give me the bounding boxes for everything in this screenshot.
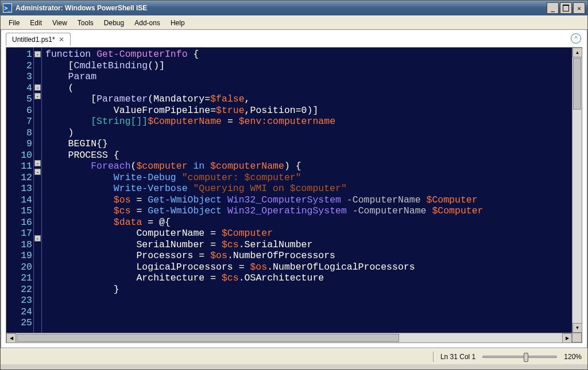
code-line[interactable]: [CmdletBinding()]: [45, 60, 578, 72]
token: (: [131, 161, 137, 172]
code-line[interactable]: [Parameter(Mandatory=$false,: [45, 94, 578, 105]
menu-add-ons[interactable]: Add-ons: [130, 18, 165, 28]
fold-spacer: [34, 222, 41, 233]
fold-spacer: [34, 60, 41, 71]
code-line[interactable]: PROCESS {: [45, 150, 578, 161]
token: [45, 217, 114, 228]
token: ): [45, 127, 74, 138]
menu-bar: FileEditViewToolsDebugAdd-onsHelp: [1, 15, 587, 29]
menu-view[interactable]: View: [48, 18, 72, 28]
code-line[interactable]: $os = Get-WmiObject Win32_ComputerSystem…: [45, 194, 578, 206]
tab-close-icon[interactable]: ✕: [59, 36, 64, 44]
zoom-level: 120%: [564, 353, 582, 361]
scroll-up-icon[interactable]: ▲: [572, 48, 582, 57]
line-number: 19: [12, 250, 32, 262]
fold-spacer: [34, 71, 41, 83]
scroll-down-icon[interactable]: ▼: [572, 323, 582, 333]
code-line[interactable]: SerialNumber = $cs.SerialNumber: [45, 239, 578, 251]
cursor-position: Ln 31 Col 1: [440, 353, 475, 361]
code-line[interactable]: ValueFromPipeline=$true,Position=0)]: [45, 105, 578, 116]
menu-debug[interactable]: Debug: [99, 18, 129, 28]
token: [222, 205, 227, 216]
zoom-slider[interactable]: [482, 356, 557, 358]
minimize-button[interactable]: _: [547, 2, 559, 14]
menu-edit[interactable]: Edit: [25, 18, 47, 28]
code-line[interactable]: Foreach($computer in $computerName) {: [45, 161, 578, 172]
code-content[interactable]: function Get-ComputerInfo { [CmdletBindi…: [42, 48, 582, 342]
code-line[interactable]: Write-Verbose "Querying WMI on $computer…: [45, 183, 578, 194]
vscroll-track[interactable]: [572, 57, 582, 323]
code-line[interactable]: [String[]]$ComputerName = $env:computern…: [45, 116, 578, 127]
token: LogicalProcessors =: [45, 262, 250, 272]
token: }: [45, 284, 119, 295]
fold-spacer: [34, 113, 41, 124]
code-line[interactable]: function Get-ComputerInfo {: [45, 49, 578, 60]
code-line[interactable]: ComputerName = $Computer: [45, 228, 578, 239]
code-line[interactable]: $data = @{: [45, 217, 578, 228]
token: [204, 161, 210, 172]
vscroll-thumb[interactable]: [573, 58, 581, 110]
fold-toggle-icon[interactable]: -: [34, 160, 41, 166]
token: function: [45, 49, 96, 60]
code-line[interactable]: $cs = Get-WmiObject Win32_OperatingSyste…: [45, 205, 578, 217]
title-bar: >_ Administrator: Windows PowerShell ISE…: [1, 1, 587, 15]
code-line[interactable]: (: [45, 83, 578, 94]
token: $true: [216, 105, 245, 116]
hscroll-track[interactable]: [16, 333, 562, 342]
code-line[interactable]: LogicalProcessors = $os.NumberOfLogicalP…: [45, 262, 578, 273]
token: $cs: [222, 272, 239, 283]
code-line[interactable]: Write-Debug "computer: $computer": [45, 172, 578, 184]
line-number: 1: [12, 49, 32, 60]
menu-tools[interactable]: Tools: [73, 18, 98, 28]
maximize-button[interactable]: [560, 2, 572, 14]
scroll-right-icon[interactable]: ▶: [562, 333, 572, 343]
vertical-scrollbar[interactable]: ▲ ▼: [572, 48, 582, 333]
menu-file[interactable]: File: [4, 18, 24, 28]
line-number: 11: [12, 161, 32, 172]
token: [45, 116, 91, 127]
line-number: 12: [12, 172, 32, 184]
code-line[interactable]: Processors = $os.NumberOfProcessors: [45, 250, 578, 262]
line-number: 18: [12, 239, 32, 251]
line-number: 20: [12, 262, 32, 273]
fold-toggle-icon[interactable]: -: [34, 93, 41, 99]
fold-toggle-icon[interactable]: -: [34, 169, 41, 175]
fold-toggle-icon[interactable]: -: [34, 84, 41, 91]
hscroll-thumb[interactable]: [17, 334, 399, 342]
horizontal-scrollbar[interactable]: ◀ ▶: [6, 333, 572, 342]
token: Get-ComputerInfo: [96, 49, 187, 60]
help-icon[interactable]: ^: [571, 33, 581, 44]
tab-label: Untitled1.ps1*: [12, 36, 55, 44]
token: (: [45, 83, 74, 94]
token: [188, 183, 194, 194]
scroll-left-icon[interactable]: ◀: [6, 333, 16, 343]
code-line[interactable]: Architecture = $cs.OSArchitecture: [45, 272, 578, 284]
fold-toggle-icon[interactable]: -: [34, 235, 41, 242]
token: .SerialNumber: [239, 239, 313, 250]
token: $false: [210, 94, 244, 104]
fold-spacer: [34, 311, 41, 322]
token: $Computer: [222, 228, 273, 239]
code-line[interactable]: Param: [45, 71, 578, 83]
fold-spacer: [34, 289, 41, 300]
line-number: 6: [12, 105, 32, 116]
code-editor[interactable]: 1234567891011121314151617181920212223242…: [6, 48, 582, 342]
token: Param: [45, 71, 96, 82]
fold-spacer: [34, 177, 41, 189]
tab-untitled1[interactable]: Untitled1.ps1* ✕: [6, 33, 71, 46]
code-line[interactable]: }: [45, 284, 578, 295]
token: [222, 194, 227, 205]
token: "Querying WMI on $computer": [193, 183, 346, 194]
token: [: [45, 60, 74, 71]
menu-help[interactable]: Help: [166, 18, 189, 28]
token: [176, 172, 182, 183]
code-line[interactable]: BEGIN{}: [45, 138, 578, 150]
token: ComputerName =: [45, 228, 222, 239]
fold-spacer: [34, 124, 41, 135]
close-button[interactable]: ✕: [573, 2, 585, 14]
fold-toggle-icon[interactable]: -: [34, 51, 41, 57]
zoom-slider-thumb[interactable]: [524, 353, 528, 362]
line-number-gutter: 1234567891011121314151617181920212223242…: [6, 48, 34, 342]
code-line[interactable]: ): [45, 127, 578, 139]
token: $computer: [136, 161, 187, 172]
